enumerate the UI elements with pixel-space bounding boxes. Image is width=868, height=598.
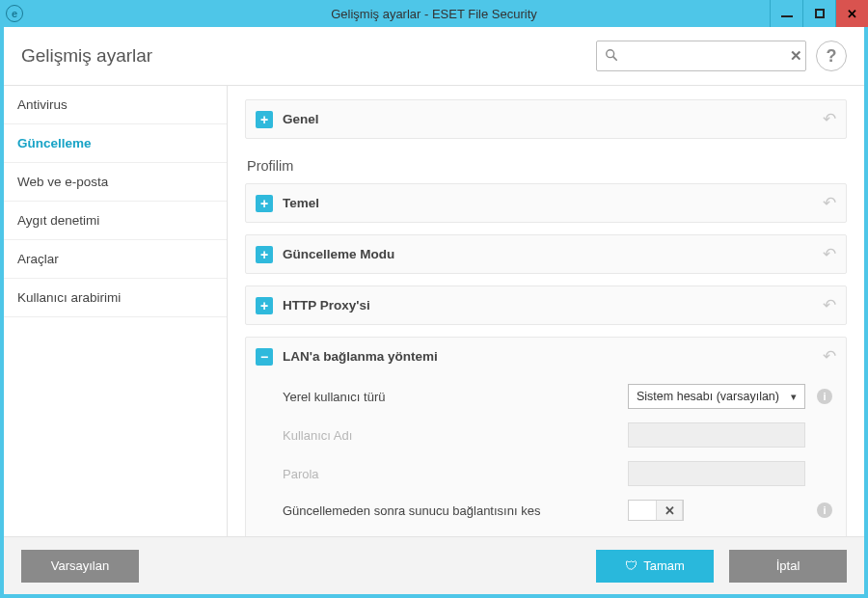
content: + Genel ↶ Profilim + Temel ↶ + Güncellem…	[228, 86, 864, 536]
row-password: Parola	[256, 454, 836, 493]
sidebar-item-device-control[interactable]: Aygıt denetimi	[4, 202, 227, 240]
sidebar-item-update[interactable]: Güncelleme	[4, 124, 227, 163]
info-icon[interactable]: i	[817, 389, 832, 404]
section-update-mode: + Güncelleme Modu ↶	[245, 234, 847, 274]
ok-button[interactable]: 🛡 Tamam	[596, 550, 714, 583]
sidebar: Antivirus Güncelleme Web ve e-posta Aygı…	[4, 86, 228, 536]
select-value: Sistem hesabı (varsayılan)	[637, 390, 779, 403]
defaults-button[interactable]: Varsayılan	[21, 550, 139, 583]
sidebar-item-ui[interactable]: Kullanıcı arabirimi	[4, 279, 227, 317]
header: Gelişmiş ayarlar ✕ ?	[4, 27, 864, 85]
section-label: HTTP Proxy'si	[283, 298, 370, 313]
svg-line-1	[613, 56, 616, 59]
section-lan-body: Yerel kullanıcı türü Sistem hesabı (vars…	[246, 375, 846, 536]
section-label: Genel	[283, 112, 319, 126]
sidebar-item-label: Kullanıcı arabirimi	[17, 290, 121, 305]
sidebar-item-label: Aygıt denetimi	[17, 213, 99, 228]
row-label: Yerel kullanıcı türü	[283, 390, 628, 404]
window-controls: ✕	[770, 0, 868, 27]
window-body: Gelişmiş ayarlar ✕ ? Antivirus Güncellem…	[0, 27, 868, 598]
revert-icon[interactable]: ↶	[823, 109, 836, 129]
revert-icon[interactable]: ↶	[823, 193, 836, 213]
sidebar-item-web-email[interactable]: Web ve e-posta	[4, 163, 227, 202]
row-user-type: Yerel kullanıcı türü Sistem hesabı (vars…	[256, 377, 836, 416]
section-basic-header[interactable]: + Temel ↶	[246, 184, 846, 222]
help-button[interactable]: ?	[816, 41, 847, 71]
row-disconnect: Güncellemeden sonra sunucu bağlantısını …	[256, 493, 836, 528]
section-label: LAN'a bağlanma yöntemi	[283, 349, 438, 364]
cancel-button[interactable]: İptal	[729, 550, 847, 583]
section-basic: + Temel ↶	[245, 183, 847, 223]
revert-icon[interactable]: ↶	[823, 346, 836, 367]
username-field	[628, 422, 805, 448]
section-lan: − LAN'a bağlanma yöntemi ↶ Yerel kullanı…	[245, 337, 847, 536]
minimize-button[interactable]	[770, 0, 802, 27]
button-label: Varsayılan	[51, 558, 109, 573]
collapse-icon: −	[256, 348, 273, 366]
title-bar: e Gelişmiş ayarlar - ESET File Security …	[0, 0, 868, 27]
revert-icon[interactable]: ↶	[823, 295, 836, 315]
sidebar-item-tools[interactable]: Araçlar	[4, 240, 227, 279]
button-label: Tamam	[643, 558, 685, 573]
user-type-select[interactable]: Sistem hesabı (varsayılan) ▾	[628, 384, 805, 409]
section-update-mode-header[interactable]: + Güncelleme Modu ↶	[246, 235, 846, 273]
row-label: Parola	[283, 467, 628, 481]
search-icon	[605, 48, 618, 65]
window-title: Gelişmiş ayarlar - ESET File Security	[0, 7, 868, 21]
footer: Varsayılan 🛡 Tamam İptal	[4, 536, 864, 594]
expand-icon: +	[256, 297, 273, 314]
toggle-knob: ✕	[656, 501, 683, 520]
section-general: + Genel ↶	[245, 99, 847, 139]
expand-icon: +	[256, 111, 273, 128]
section-http-proxy-header[interactable]: + HTTP Proxy'si ↶	[246, 286, 846, 324]
row-label: Kullanıcı Adı	[283, 428, 628, 443]
section-label: Temel	[283, 196, 319, 210]
maximize-button[interactable]	[802, 0, 835, 27]
page-title: Gelişmiş ayarlar	[21, 45, 152, 67]
revert-icon[interactable]: ↶	[823, 244, 836, 264]
sidebar-item-label: Araçlar	[17, 252, 59, 266]
search-clear-icon[interactable]: ✕	[790, 47, 802, 65]
info-icon[interactable]: i	[817, 503, 832, 518]
search-input[interactable]	[624, 48, 790, 65]
section-lan-header[interactable]: − LAN'a bağlanma yöntemi ↶	[246, 338, 846, 375]
expand-icon: +	[256, 246, 273, 263]
main: Antivirus Güncelleme Web ve e-posta Aygı…	[4, 85, 864, 536]
profile-heading: Profilim	[245, 150, 847, 183]
disconnect-toggle[interactable]: ✕	[628, 500, 684, 521]
sidebar-item-antivirus[interactable]: Antivirus	[4, 86, 227, 124]
shield-icon: 🛡	[625, 558, 637, 573]
row-label: Güncellemeden sonra sunucu bağlantısını …	[283, 503, 628, 518]
close-button[interactable]: ✕	[835, 0, 868, 27]
search-box[interactable]: ✕	[596, 41, 806, 71]
sidebar-item-label: Web ve e-posta	[17, 175, 108, 189]
expand-icon: +	[256, 195, 273, 212]
section-http-proxy: + HTTP Proxy'si ↶	[245, 285, 847, 325]
button-label: İptal	[776, 558, 800, 573]
row-username: Kullanıcı Adı	[256, 416, 836, 454]
section-general-header[interactable]: + Genel ↶	[246, 100, 846, 138]
sidebar-item-label: Güncelleme	[17, 136, 92, 150]
app-icon: e	[6, 5, 23, 22]
chevron-down-icon: ▾	[791, 391, 797, 403]
password-field	[628, 461, 805, 486]
section-label: Güncelleme Modu	[283, 247, 394, 261]
sidebar-item-label: Antivirus	[17, 97, 68, 112]
